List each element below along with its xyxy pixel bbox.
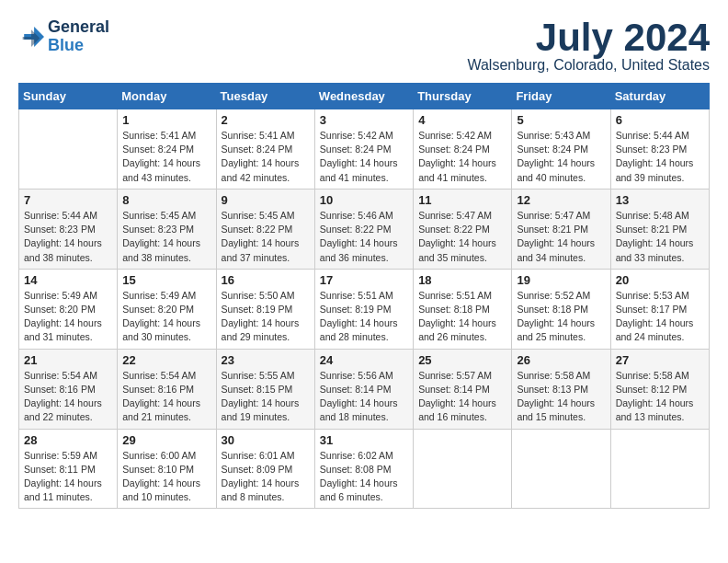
day-number: 8 [122,193,210,207]
calendar-body: 1Sunrise: 5:41 AMSunset: 8:24 PMDaylight… [19,109,710,509]
calendar-cell: 26Sunrise: 5:58 AMSunset: 8:13 PMDayligh… [512,349,610,429]
day-info: Sunrise: 5:45 AMSunset: 8:22 PMDaylight:… [222,209,310,265]
calendar-cell: 16Sunrise: 5:50 AMSunset: 8:19 PMDayligh… [216,269,314,349]
day-info: Sunrise: 5:45 AMSunset: 8:23 PMDaylight:… [122,209,210,265]
day-info: Sunrise: 5:57 AMSunset: 8:14 PMDaylight:… [418,369,506,425]
day-info: Sunrise: 5:52 AMSunset: 8:18 PMDaylight:… [517,289,605,345]
day-info: Sunrise: 5:54 AMSunset: 8:16 PMDaylight:… [122,369,210,425]
month-title: July 2024 [467,18,710,57]
day-info: Sunrise: 5:42 AMSunset: 8:24 PMDaylight:… [418,129,506,185]
calendar-cell: 4Sunrise: 5:42 AMSunset: 8:24 PMDaylight… [414,109,512,190]
day-number: 26 [517,353,605,367]
weekday-header-monday: Monday [118,84,216,109]
day-number: 6 [616,113,704,127]
day-info: Sunrise: 6:00 AMSunset: 8:10 PMDaylight:… [122,449,210,505]
calendar-cell: 11Sunrise: 5:47 AMSunset: 8:22 PMDayligh… [414,189,512,269]
day-number: 18 [418,273,506,287]
day-number: 3 [320,113,408,127]
day-info: Sunrise: 5:58 AMSunset: 8:12 PMDaylight:… [616,369,704,425]
day-number: 17 [320,273,408,287]
calendar-week-4: 21Sunrise: 5:54 AMSunset: 8:16 PMDayligh… [19,349,710,429]
day-number: 22 [122,353,210,367]
day-info: Sunrise: 6:02 AMSunset: 8:08 PMDaylight:… [320,449,408,505]
day-info: Sunrise: 5:48 AMSunset: 8:21 PMDaylight:… [616,209,704,265]
calendar-table: SundayMondayTuesdayWednesdayThursdayFrid… [18,83,710,509]
calendar-cell: 3Sunrise: 5:42 AMSunset: 8:24 PMDaylight… [314,109,413,190]
calendar-cell [19,109,118,190]
calendar-week-2: 7Sunrise: 5:44 AMSunset: 8:23 PMDaylight… [19,189,710,269]
day-info: Sunrise: 5:49 AMSunset: 8:20 PMDaylight:… [122,289,210,345]
day-info: Sunrise: 5:47 AMSunset: 8:22 PMDaylight:… [418,209,506,265]
day-number: 28 [24,433,112,447]
day-info: Sunrise: 5:53 AMSunset: 8:17 PMDaylight:… [616,289,704,345]
day-number: 4 [418,113,506,127]
day-number: 1 [122,113,210,127]
day-info: Sunrise: 5:47 AMSunset: 8:21 PMDaylight:… [517,209,605,265]
day-number: 7 [24,193,112,207]
weekday-header-tuesday: Tuesday [216,84,314,109]
day-number: 23 [222,353,310,367]
day-number: 29 [122,433,210,447]
calendar-cell: 22Sunrise: 5:54 AMSunset: 8:16 PMDayligh… [118,349,216,429]
day-number: 13 [616,193,704,207]
calendar-cell: 25Sunrise: 5:57 AMSunset: 8:14 PMDayligh… [414,349,512,429]
calendar-cell: 24Sunrise: 5:56 AMSunset: 8:14 PMDayligh… [314,349,413,429]
calendar-week-3: 14Sunrise: 5:49 AMSunset: 8:20 PMDayligh… [19,269,710,349]
day-number: 14 [24,273,112,287]
calendar-cell: 5Sunrise: 5:43 AMSunset: 8:24 PMDaylight… [512,109,610,190]
day-number: 5 [517,113,605,127]
day-info: Sunrise: 5:50 AMSunset: 8:19 PMDaylight:… [222,289,310,345]
calendar-cell: 2Sunrise: 5:41 AMSunset: 8:24 PMDaylight… [216,109,314,190]
calendar-cell: 15Sunrise: 5:49 AMSunset: 8:20 PMDayligh… [118,269,216,349]
calendar-cell: 17Sunrise: 5:51 AMSunset: 8:19 PMDayligh… [314,269,413,349]
day-info: Sunrise: 5:42 AMSunset: 8:24 PMDaylight:… [320,129,408,185]
calendar-cell: 6Sunrise: 5:44 AMSunset: 8:23 PMDaylight… [610,109,709,190]
day-number: 15 [122,273,210,287]
day-info: Sunrise: 5:51 AMSunset: 8:18 PMDaylight:… [418,289,506,345]
calendar-cell: 12Sunrise: 5:47 AMSunset: 8:21 PMDayligh… [512,189,610,269]
day-number: 20 [616,273,704,287]
logo-text: General Blue [48,18,109,55]
calendar-cell [610,429,709,509]
location-title: Walsenburg, Colorado, United States [467,57,710,74]
day-info: Sunrise: 5:43 AMSunset: 8:24 PMDaylight:… [517,129,605,185]
calendar-week-5: 28Sunrise: 5:59 AMSunset: 8:11 PMDayligh… [19,429,710,509]
weekday-header-saturday: Saturday [610,84,709,109]
day-number: 12 [517,193,605,207]
day-info: Sunrise: 5:56 AMSunset: 8:14 PMDaylight:… [320,369,408,425]
day-info: Sunrise: 5:51 AMSunset: 8:19 PMDaylight:… [320,289,408,345]
calendar-cell: 1Sunrise: 5:41 AMSunset: 8:24 PMDaylight… [118,109,216,190]
calendar-cell: 9Sunrise: 5:45 AMSunset: 8:22 PMDaylight… [216,189,314,269]
day-number: 2 [222,113,310,127]
calendar-cell: 7Sunrise: 5:44 AMSunset: 8:23 PMDaylight… [19,189,118,269]
calendar-cell: 21Sunrise: 5:54 AMSunset: 8:16 PMDayligh… [19,349,118,429]
calendar-cell: 13Sunrise: 5:48 AMSunset: 8:21 PMDayligh… [610,189,709,269]
calendar-cell: 27Sunrise: 5:58 AMSunset: 8:12 PMDayligh… [610,349,709,429]
day-number: 10 [320,193,408,207]
day-info: Sunrise: 5:41 AMSunset: 8:24 PMDaylight:… [222,129,310,185]
day-number: 9 [222,193,310,207]
day-number: 11 [418,193,506,207]
day-number: 16 [222,273,310,287]
day-info: Sunrise: 5:44 AMSunset: 8:23 PMDaylight:… [24,209,112,265]
weekday-header-sunday: Sunday [19,84,118,109]
calendar-cell: 31Sunrise: 6:02 AMSunset: 8:08 PMDayligh… [314,429,413,509]
calendar-cell: 18Sunrise: 5:51 AMSunset: 8:18 PMDayligh… [414,269,512,349]
day-info: Sunrise: 5:54 AMSunset: 8:16 PMDaylight:… [24,369,112,425]
calendar-cell: 10Sunrise: 5:46 AMSunset: 8:22 PMDayligh… [314,189,413,269]
calendar-week-1: 1Sunrise: 5:41 AMSunset: 8:24 PMDaylight… [19,109,710,190]
day-info: Sunrise: 5:55 AMSunset: 8:15 PMDaylight:… [222,369,310,425]
calendar-cell: 28Sunrise: 5:59 AMSunset: 8:11 PMDayligh… [19,429,118,509]
day-info: Sunrise: 5:46 AMSunset: 8:22 PMDaylight:… [320,209,408,265]
day-info: Sunrise: 5:59 AMSunset: 8:11 PMDaylight:… [24,449,112,505]
day-number: 21 [24,353,112,367]
day-number: 27 [616,353,704,367]
calendar-cell: 20Sunrise: 5:53 AMSunset: 8:17 PMDayligh… [610,269,709,349]
calendar-cell [414,429,512,509]
day-info: Sunrise: 5:58 AMSunset: 8:13 PMDaylight:… [517,369,605,425]
weekday-header-thursday: Thursday [414,84,512,109]
logo: General Blue [18,18,109,55]
day-number: 30 [222,433,310,447]
header: General Blue July 2024 Walsenburg, Color… [18,18,710,74]
calendar-cell: 23Sunrise: 5:55 AMSunset: 8:15 PMDayligh… [216,349,314,429]
